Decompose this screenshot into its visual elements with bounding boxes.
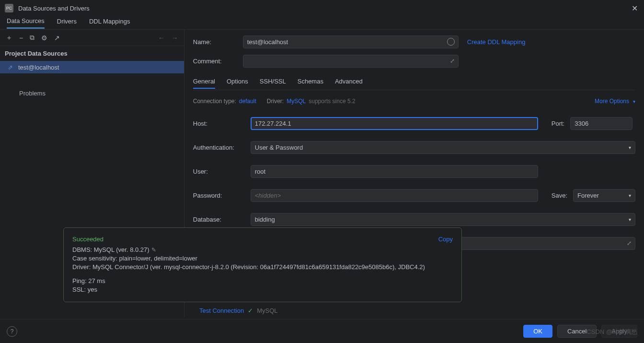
- subtabs: General Options SSH/SSL Schemas Advanced: [193, 76, 635, 90]
- database-label: Database:: [193, 216, 245, 223]
- datasource-icon: ⇗: [8, 64, 14, 71]
- auth-label: Authentication:: [193, 144, 245, 151]
- copy-link[interactable]: Copy: [438, 236, 453, 243]
- driver-supports: supports since 5.2: [309, 98, 355, 105]
- conn-type-value[interactable]: default: [239, 98, 256, 105]
- password-input[interactable]: [251, 189, 538, 202]
- test-connection-link[interactable]: Test Connection: [199, 307, 244, 314]
- gear-icon[interactable]: ⚙: [41, 34, 47, 42]
- subtab-sshssl[interactable]: SSH/SSL: [260, 78, 286, 88]
- ok-button[interactable]: OK: [523, 325, 552, 338]
- tab-drivers[interactable]: Drivers: [57, 18, 77, 28]
- database-value: bidding: [255, 216, 275, 223]
- chevron-down-icon: ▾: [629, 193, 631, 198]
- auth-select[interactable]: User & Password ▾: [251, 141, 635, 154]
- top-tabs: Data Sources Drivers DDL Mappings: [0, 16, 644, 30]
- external-icon[interactable]: ↗: [54, 34, 60, 42]
- subtab-general[interactable]: General: [193, 78, 215, 89]
- subtab-advanced[interactable]: Advanced: [335, 78, 363, 88]
- succeeded-label: Succeeded: [72, 236, 438, 243]
- color-circle-icon[interactable]: [447, 38, 455, 46]
- save-label: Save:: [552, 192, 567, 199]
- datasource-item[interactable]: ⇗ test@localhost: [0, 61, 184, 73]
- port-label: Port:: [552, 120, 564, 127]
- create-ddl-link[interactable]: Create DDL Mapping: [467, 38, 526, 46]
- window-title: Data Sources and Drivers: [18, 5, 630, 12]
- driver-line: Driver: MySQL Connector/J (ver. mysql-co…: [72, 263, 453, 272]
- auth-value: User & Password: [255, 144, 303, 151]
- dbms-line: DBMS: MySQL (ver. 8.0.27)✎: [72, 246, 453, 254]
- subtab-options[interactable]: Options: [227, 78, 248, 88]
- user-label: User:: [193, 168, 245, 175]
- chevron-down-icon: ▾: [629, 217, 631, 222]
- user-input[interactable]: [251, 165, 538, 178]
- cancel-button[interactable]: Cancel: [557, 325, 597, 338]
- test-connection-status: MySQL: [257, 307, 277, 314]
- subtab-schemas[interactable]: Schemas: [298, 78, 323, 88]
- ping-line: Ping: 27 ms: [72, 277, 453, 285]
- app-icon: PC: [5, 4, 13, 12]
- next-icon[interactable]: →: [172, 34, 178, 42]
- tab-data-sources[interactable]: Data Sources: [7, 17, 45, 29]
- save-value: Forever: [577, 192, 599, 199]
- tab-ddl-mappings[interactable]: DDL Mappings: [89, 18, 130, 28]
- database-select[interactable]: bidding ▾: [251, 213, 635, 226]
- driver-label: Driver:: [267, 98, 284, 105]
- chevron-down-icon[interactable]: ▾: [633, 99, 635, 104]
- comment-input[interactable]: [243, 55, 459, 68]
- comment-label: Comment:: [193, 58, 237, 65]
- port-input[interactable]: [570, 117, 632, 130]
- case-line: Case sensitivity: plain=lower, delimited…: [72, 254, 453, 263]
- problems-item[interactable]: Problems: [0, 86, 184, 101]
- password-label: Password:: [193, 192, 245, 199]
- save-select[interactable]: Forever ▾: [573, 189, 635, 202]
- section-header-project: Project Data Sources: [0, 46, 184, 61]
- expand-icon[interactable]: ⤢: [450, 58, 455, 64]
- help-button[interactable]: ?: [7, 326, 17, 337]
- conn-type-label: Connection type:: [193, 98, 236, 105]
- left-toolbar: ＋ − ⧉ ⚙ ↗ ← →: [0, 30, 184, 46]
- host-input[interactable]: [251, 117, 538, 130]
- chevron-down-icon: ▾: [629, 145, 631, 150]
- connection-result-popup: Succeeded Copy DBMS: MySQL (ver. 8.0.27)…: [63, 227, 462, 302]
- ssl-line: SSL: yes: [72, 285, 453, 294]
- name-label: Name:: [193, 38, 237, 46]
- host-label: Host:: [193, 120, 245, 127]
- apply-button[interactable]: Apply: [601, 325, 637, 338]
- more-options-link[interactable]: More Options: [595, 98, 629, 105]
- check-icon: ✓: [248, 307, 253, 314]
- name-input[interactable]: [243, 35, 459, 48]
- add-icon[interactable]: ＋: [6, 34, 12, 42]
- close-button[interactable]: ✕: [630, 4, 639, 13]
- expand-icon[interactable]: ⤢: [627, 240, 632, 247]
- prev-icon[interactable]: ←: [158, 34, 165, 42]
- datasource-label: test@localhost: [18, 64, 59, 71]
- remove-icon[interactable]: −: [19, 34, 23, 42]
- edit-icon[interactable]: ✎: [151, 247, 156, 253]
- copy-icon[interactable]: ⧉: [30, 34, 34, 42]
- driver-value[interactable]: MySQL: [287, 98, 306, 105]
